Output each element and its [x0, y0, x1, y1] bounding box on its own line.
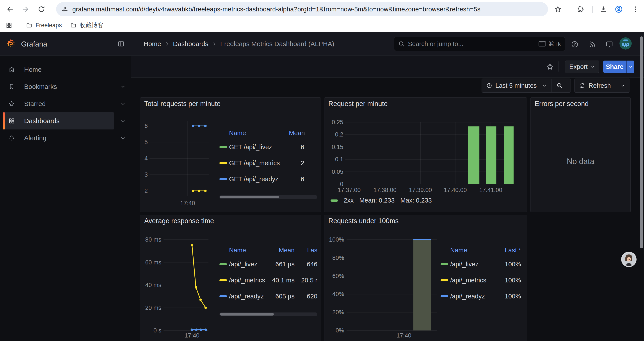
svg-text:100%: 100% [329, 236, 344, 243]
legend-row: GET /api/_readyz6 [220, 171, 318, 187]
extensions-button[interactable] [574, 3, 586, 15]
apps-shortcut-button[interactable] [3, 19, 15, 31]
export-button[interactable]: Export [565, 61, 599, 73]
bookmark-page-button[interactable] [552, 3, 564, 15]
user-avatar[interactable] [620, 37, 632, 50]
floating-assistant-avatar[interactable] [621, 252, 636, 267]
svg-text:17:40:00: 17:40:00 [444, 187, 467, 193]
profile-button[interactable] [613, 3, 625, 15]
bookmark-folder-freeleaps[interactable]: Freeleaps [23, 20, 65, 30]
search-input[interactable]: Search or jump to... ⌘+k [394, 37, 565, 51]
user-avatar-icon [620, 37, 632, 50]
svg-text:2: 2 [144, 188, 148, 194]
refresh-button[interactable]: Refresh [574, 79, 616, 92]
sidebar-item-starred[interactable]: Starred [3, 95, 114, 112]
svg-text:6: 6 [144, 123, 148, 129]
reload-button[interactable] [36, 3, 47, 15]
news-button[interactable] [588, 40, 597, 49]
sidebar-item-dashboards[interactable]: Dashboards [3, 112, 114, 129]
svg-text:5: 5 [144, 139, 148, 146]
legend-inline: 2xx Mean: 0.233 Max: 0.233 [330, 197, 432, 204]
breadcrumb-dashboards[interactable]: Dashboards [173, 40, 208, 48]
toolbar-divider [592, 6, 593, 13]
breadcrumb-home[interactable]: Home [144, 40, 161, 48]
panel-title[interactable]: Requests under 100ms [328, 217, 399, 225]
forward-button[interactable] [20, 3, 32, 15]
legend-row: GET /api/_livez6 [220, 139, 318, 155]
three-dot-menu-icon [632, 6, 639, 13]
help-button[interactable] [570, 40, 579, 49]
series-swatch [220, 279, 227, 281]
series-mean-stat: Mean: 0.233 [359, 197, 394, 204]
series-name[interactable]: /api/_livez [450, 261, 499, 268]
sidebar-item-alerting[interactable]: Alerting [3, 129, 114, 147]
panel-average-response-time: Average response time 80 ms60 ms40 ms20 … [140, 215, 321, 341]
legend-col-last[interactable]: Las [294, 247, 318, 254]
legend-col-name[interactable]: Name [229, 129, 289, 137]
bookmark-folder-blogs[interactable]: 收藏博客 [67, 20, 106, 30]
legend-scrollbar-thumb[interactable] [220, 196, 279, 198]
browser-menu-button[interactable] [630, 3, 641, 15]
panel-title[interactable]: Errors per second [534, 100, 588, 108]
legend-col-mean[interactable]: Mean [289, 129, 318, 137]
svg-text:0.2: 0.2 [335, 131, 343, 138]
display-button[interactable] [605, 40, 614, 49]
panel-total-requests-per-minute: Total requests per minute 6543217:40 Nam… [140, 97, 321, 212]
favorite-dashboard-button[interactable] [545, 62, 555, 72]
star-outline-icon [554, 6, 562, 13]
series-name[interactable]: 2xx [344, 197, 354, 204]
collapse-sidebar-button[interactable] [116, 40, 126, 48]
panel-title[interactable]: Average response time [144, 217, 214, 225]
address-bar[interactable]: grafana.mathmast.com/d/deytv4rwavabkb/fr… [56, 2, 548, 16]
series-name[interactable]: GET /api/_readyz [229, 176, 289, 183]
series-name[interactable]: /api/_livez [229, 261, 269, 268]
back-button[interactable] [4, 3, 16, 15]
chevron-down-icon[interactable] [120, 112, 126, 129]
series-swatch [440, 279, 448, 281]
svg-text:60 ms: 60 ms [145, 259, 161, 266]
series-name[interactable]: GET /api/_metrics [229, 160, 289, 167]
panel-title[interactable]: Total requests per minute [144, 100, 220, 108]
svg-text:0 s: 0 s [154, 327, 161, 334]
series-name[interactable]: /api/_metrics [450, 277, 499, 284]
panel-left-icon [118, 40, 124, 47]
legend-col-name[interactable]: Name [229, 247, 269, 254]
time-range-button[interactable]: Last 5 minutes [482, 79, 551, 92]
breadcrumb: Home Dashboards Freeleaps Metrics Dashbo… [144, 32, 334, 56]
legend-scrollbar-thumb[interactable] [220, 313, 274, 315]
series-name[interactable]: /api/_readyz [450, 293, 499, 300]
series-name[interactable]: /api/_readyz [229, 293, 269, 300]
chevron-down-icon[interactable] [120, 78, 126, 95]
screen: grafana.mathmast.com/d/deytv4rwavabkb/fr… [0, 0, 644, 341]
legend-row: /api/_livez100% [440, 256, 524, 272]
svg-text:0: 0 [340, 181, 343, 187]
browser-toolbar: grafana.mathmast.com/d/deytv4rwavabkb/fr… [0, 0, 644, 19]
refresh-interval-button[interactable] [616, 79, 630, 92]
legend-scrollbar[interactable] [220, 312, 318, 316]
series-name[interactable]: /api/_metrics [229, 277, 269, 284]
bookmark-folder-label: Freeleaps [36, 22, 62, 29]
legend-scrollbar[interactable] [220, 195, 318, 199]
legend-col-mean[interactable]: Mean [269, 247, 294, 254]
sidebar-item-bookmarks[interactable]: Bookmarks [3, 78, 114, 95]
series-name[interactable]: GET /api/_livez [229, 144, 289, 151]
site-settings-icon[interactable] [61, 6, 68, 13]
legend-col-last[interactable]: Last * [499, 247, 524, 254]
series-mean: 661 µs [269, 261, 294, 268]
search-placeholder: Search or jump to... [408, 40, 538, 48]
chevron-down-icon[interactable] [120, 129, 126, 147]
chevron-down-icon[interactable] [120, 95, 126, 112]
panel-title[interactable]: Request per minute [328, 100, 388, 108]
grafana-logo[interactable] [6, 39, 16, 50]
svg-text:17:40: 17:40 [396, 332, 412, 339]
zoom-out-time-button[interactable] [551, 79, 568, 92]
sidebar-item-home[interactable]: Home [3, 61, 114, 78]
series-last: 100% [499, 261, 524, 268]
downloads-button[interactable] [598, 3, 609, 15]
page-scrollbar-thumb[interactable] [640, 37, 643, 248]
legend-table: NameLast * /api/_livez100% /api/_metrics… [440, 244, 524, 304]
share-button[interactable]: Share [603, 61, 626, 73]
legend-col-name[interactable]: Name [450, 247, 499, 254]
url-text[interactable]: grafana.mathmast.com/d/deytv4rwavabkb/fr… [72, 6, 480, 13]
share-menu-button[interactable] [626, 61, 634, 73]
